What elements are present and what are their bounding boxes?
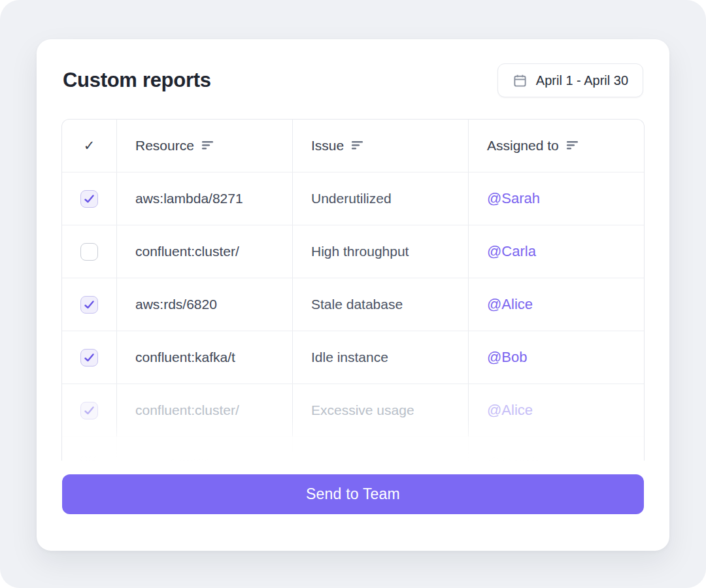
issue-cell: Underutilized [292, 172, 468, 225]
table-row-partial: aws:s3/8000 @Sarah [62, 436, 644, 461]
row-checkbox[interactable] [80, 243, 98, 261]
card-header: Custom reports April 1 - April 30 [63, 63, 643, 97]
date-range-label: April 1 - April 30 [536, 73, 628, 88]
select-all-column-header[interactable]: ✓ [62, 120, 116, 172]
page-title: Custom reports [63, 69, 211, 92]
row-checkbox[interactable] [80, 349, 98, 367]
assignee-mention[interactable]: @Bob [468, 331, 644, 384]
row-checkbox[interactable] [80, 402, 98, 419]
assignee-mention[interactable]: @Carla [468, 225, 644, 278]
table-row: aws:lambda/8271 Underutilized @Sarah [62, 172, 644, 225]
issue-cell: Excessive usage [292, 384, 468, 436]
resource-cell: aws:rds/6820 [116, 278, 292, 331]
resource-cell: aws:s3/8000 [116, 437, 292, 461]
assignee-mention[interactable]: @Alice [468, 384, 644, 436]
table-header-row: ✓ Resource Issue Assigned to [62, 120, 644, 172]
assignee-mention[interactable]: @Sarah [468, 437, 644, 461]
column-header-issue[interactable]: Issue [292, 120, 468, 172]
calendar-icon [513, 73, 528, 88]
issue-cell: High throughput [292, 225, 468, 278]
sort-icon [566, 139, 579, 150]
column-header-assigned[interactable]: Assigned to [468, 120, 644, 172]
row-checkbox[interactable] [80, 455, 98, 461]
sort-icon [351, 139, 364, 150]
resource-cell: confluent:cluster/ [116, 225, 292, 278]
column-header-issue-label: Issue [311, 138, 344, 154]
custom-reports-card: Custom reports April 1 - April 30 ✓ Reso… [37, 39, 669, 551]
row-checkbox[interactable] [80, 296, 98, 314]
issue-cell [292, 437, 468, 461]
table-row: confluent:kafka/t Idle instance @Bob [62, 331, 644, 384]
column-header-resource[interactable]: Resource [116, 120, 292, 172]
column-header-resource-label: Resource [135, 138, 194, 154]
resource-cell: aws:lambda/8271 [116, 172, 292, 225]
assignee-mention[interactable]: @Alice [468, 278, 644, 331]
table-row: confluent:cluster/ Excessive usage @Alic… [62, 384, 644, 436]
reports-table: ✓ Resource Issue Assigned to [61, 119, 645, 461]
send-to-team-button[interactable]: Send to Team [62, 474, 644, 514]
date-range-picker[interactable]: April 1 - April 30 [497, 63, 643, 97]
sort-icon [201, 139, 214, 150]
assignee-mention[interactable]: @Sarah [468, 172, 644, 225]
row-checkbox[interactable] [80, 190, 98, 208]
resource-cell: confluent:kafka/t [116, 331, 292, 384]
resource-cell: confluent:cluster/ [116, 384, 292, 436]
table-row: confluent:cluster/ High throughput @Carl… [62, 225, 644, 278]
issue-cell: Stale database [292, 278, 468, 331]
table-row: aws:rds/6820 Stale database @Alice [62, 278, 644, 331]
column-header-assigned-label: Assigned to [487, 138, 559, 154]
issue-cell: Idle instance [292, 331, 468, 384]
